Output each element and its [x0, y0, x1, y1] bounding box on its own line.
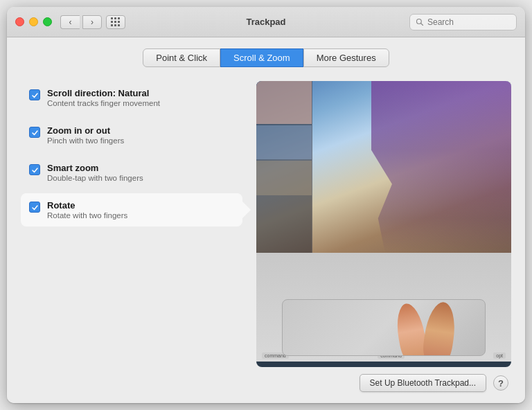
- setting-rotate-text: Rotate Rotate with two fingers: [47, 200, 127, 220]
- nav-buttons: ‹ ›: [60, 15, 102, 29]
- back-button[interactable]: ‹: [60, 15, 80, 29]
- close-button[interactable]: [15, 17, 24, 26]
- setting-zoom-in-out[interactable]: Zoom in or out Pinch with two fingers: [21, 118, 242, 152]
- sidebar-overlay: [256, 81, 312, 253]
- setting-scroll-direction-title: Scroll direction: Natural: [47, 88, 160, 98]
- help-button[interactable]: ?: [493, 375, 508, 391]
- setting-zoom-in-out-text: Zoom in or out Pinch with two fingers: [47, 125, 124, 145]
- window-title: Trackpad: [246, 17, 285, 27]
- tab-point-click[interactable]: Point & Click: [143, 48, 220, 67]
- sidebar-photo-3: [256, 161, 312, 195]
- search-icon: [416, 18, 424, 26]
- maximize-button[interactable]: [43, 17, 52, 26]
- trackpad: [282, 299, 486, 356]
- setting-rotate-desc: Rotate with two fingers: [47, 211, 127, 220]
- search-bar[interactable]: [409, 14, 517, 30]
- setting-scroll-direction-text: Scroll direction: Natural Content tracks…: [47, 88, 160, 107]
- setting-zoom-in-out-desc: Pinch with two fingers: [47, 136, 124, 145]
- checkmark-icon: [31, 91, 39, 99]
- settings-list: Scroll direction: Natural Content tracks…: [21, 81, 242, 367]
- preview-container: command command opt: [256, 81, 511, 367]
- setting-scroll-direction-desc: Content tracks finger movement: [47, 99, 160, 107]
- checkbox-rotate[interactable]: [29, 202, 40, 213]
- content: Point & Click Scroll & Zoom More Gesture…: [7, 37, 525, 403]
- grid-icon: [111, 17, 121, 27]
- grid-button[interactable]: [106, 15, 125, 29]
- checkbox-zoom-in-out[interactable]: [29, 127, 40, 138]
- checkbox-scroll-direction[interactable]: [29, 89, 40, 100]
- checkmark-icon: [31, 129, 39, 136]
- setting-smart-zoom-text: Smart zoom Double-tap with two fingers: [47, 163, 143, 182]
- titlebar: ‹ › Trackpad: [7, 7, 525, 37]
- tab-more-gestures[interactable]: More Gestures: [303, 48, 389, 67]
- svg-line-1: [421, 23, 423, 25]
- main-content: Scroll direction: Natural Content tracks…: [21, 81, 511, 367]
- tab-scroll-zoom[interactable]: Scroll & Zoom: [220, 48, 303, 67]
- traffic-lights: [15, 17, 52, 26]
- tabs: Point & Click Scroll & Zoom More Gesture…: [21, 48, 511, 67]
- preview-screen: [256, 81, 511, 253]
- checkmark-icon: [31, 166, 39, 174]
- setting-smart-zoom-title: Smart zoom: [47, 163, 143, 173]
- sidebar-photo-1: [256, 81, 312, 124]
- keyboard-label-option: opt: [493, 353, 506, 359]
- setting-smart-zoom-desc: Double-tap with two fingers: [47, 174, 143, 182]
- setting-scroll-direction[interactable]: Scroll direction: Natural Content tracks…: [21, 81, 242, 114]
- window: ‹ › Trackpad Point & Click Scroll & Zoom…: [7, 7, 525, 403]
- flowers-overlay: [371, 81, 511, 253]
- checkbox-smart-zoom[interactable]: [29, 164, 40, 175]
- setting-zoom-in-out-title: Zoom in or out: [47, 125, 124, 136]
- preview-keyboard-area: command command opt: [256, 253, 511, 362]
- setting-smart-zoom[interactable]: Smart zoom Double-tap with two fingers: [21, 156, 242, 189]
- bottom-bar: Set Up Bluetooth Trackpad... ?: [21, 367, 511, 392]
- search-input[interactable]: [427, 17, 511, 27]
- finger-2: [422, 300, 459, 356]
- minimize-button[interactable]: [29, 17, 38, 26]
- setting-rotate[interactable]: Rotate Rotate with two fingers: [21, 193, 242, 226]
- checkmark-icon: [31, 204, 39, 211]
- forward-button[interactable]: ›: [82, 15, 102, 29]
- sidebar-photo-2: [256, 125, 312, 160]
- setting-rotate-title: Rotate: [47, 200, 127, 211]
- bluetooth-button[interactable]: Set Up Bluetooth Trackpad...: [360, 374, 486, 392]
